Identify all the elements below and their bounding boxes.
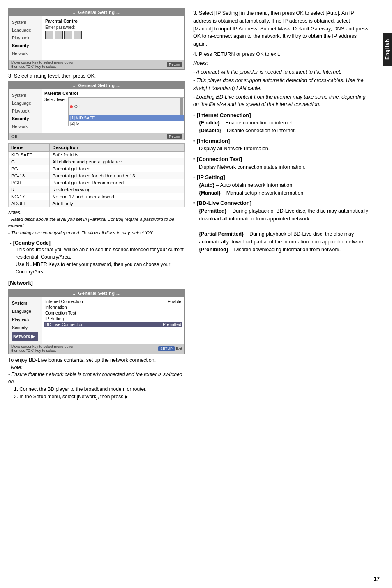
- off-value: Off: [11, 134, 18, 139]
- table-cell-desc: Parental guidance: [50, 165, 185, 172]
- network-ui-body: System Language Playback Security Networ…: [9, 297, 184, 344]
- notes-heading: Notes:: [193, 60, 371, 67]
- step3-text: 3. Select [IP Setting] in the menu, then…: [193, 9, 371, 48]
- ui-box-1-footer: Move cursor key to select menu option th…: [9, 60, 184, 69]
- option-g[interactable]: [2] G: [69, 121, 184, 126]
- notes-section: Notes: - Rated discs above the level you…: [8, 210, 185, 236]
- net-menu-network[interactable]: Network ▶: [12, 332, 38, 341]
- footer-text-1: Move cursor key to select menu option: [11, 60, 74, 64]
- ui-box-2-menu: System Language Playback Security Networ…: [9, 89, 42, 133]
- net-menu-language[interactable]: Language: [12, 308, 38, 316]
- pw-block-4[interactable]: [74, 31, 82, 39]
- menu2-system[interactable]: System: [12, 92, 38, 99]
- network-menu-left: System Language Playback Security Networ…: [9, 297, 42, 344]
- parental-control-label: Parental Control: [45, 18, 181, 23]
- table-cell-item: ADULT: [9, 200, 50, 207]
- table-cell-desc: No one 17 and under allowed: [50, 193, 185, 200]
- net-item-bdlive-value: Premitted: [163, 322, 181, 327]
- menu-item-language[interactable]: Language: [12, 26, 38, 34]
- ui-box-2-right: Parental Control Select level: Off [1] K…: [42, 89, 184, 133]
- net-menu-system[interactable]: System: [12, 299, 38, 308]
- network-step-2: 2. In the Setup menu, select [Network], …: [14, 393, 185, 400]
- bullet-information: • [Information] Display all Network Info…: [193, 137, 371, 153]
- rating-table: Items Description KID SAFE Safe for kids…: [8, 143, 185, 207]
- menu-item-system[interactable]: System: [12, 18, 38, 26]
- return-button-1[interactable]: Return: [167, 62, 182, 67]
- net-item-info-label: Information: [45, 305, 67, 310]
- note-line-2: - The ratings are country-depended. To a…: [8, 230, 185, 236]
- menu2-security[interactable]: Security: [12, 115, 38, 123]
- net-item-ip-label: IP Setting: [45, 316, 64, 321]
- ui-box-2: ... General Setting ... System Language …: [8, 81, 185, 140]
- net-item-bdlive-label: BD-Live Connection: [45, 322, 83, 327]
- net-item-conn-test-label: Connection Test: [45, 310, 76, 315]
- net-item-internet-value: Enable: [168, 299, 181, 304]
- net-item-internet-label: Internet Connection: [45, 299, 83, 304]
- net-item-conn-test[interactable]: Connection Test: [44, 310, 182, 316]
- pw-block-2[interactable]: [55, 31, 63, 39]
- bullet-internet: • [Internet Connection] {Enable} – Enabl…: [193, 111, 371, 135]
- net-footer-text-2: then use "OK" key to select: [11, 349, 74, 353]
- bullet-ipsetting: • [IP Setting] {Auto} – Auto obtain netw…: [193, 173, 371, 197]
- bullet-info-body: Display all Network Informaion.: [199, 145, 371, 153]
- table-row: NC-17 No one 17 and under allowed: [9, 193, 185, 200]
- network-body: To enjoy BD-Live bonus contents, set up …: [8, 357, 185, 363]
- return-button-2[interactable]: Return: [167, 134, 182, 139]
- net-menu-security[interactable]: Security: [12, 324, 38, 332]
- pw-block-1[interactable]: [45, 31, 53, 39]
- network-ui-box: ... General Setting ... System Language …: [8, 289, 185, 354]
- network-note-label: Note:: [11, 365, 185, 370]
- table-cell-desc: Safe for kids: [50, 151, 185, 158]
- menu2-playback[interactable]: Playback: [12, 107, 38, 115]
- bullet-ip-body: {Auto} – Auto obtain network information…: [199, 181, 371, 197]
- ui-box-1-body: System Language Playback Security Networ…: [9, 16, 184, 60]
- country-code-body-1: This ensures that you will be able to se…: [16, 246, 185, 261]
- network-footer: Move cursor key to select menu option th…: [9, 344, 184, 354]
- menu2-language[interactable]: Language: [12, 99, 38, 107]
- bullet-internet-title: [Internet Connection]: [197, 111, 251, 119]
- bullet-bdlive: • [BD-Live Connection] {Permitted} – Dur…: [193, 199, 371, 253]
- table-row: PG-13 Parental guidance for children und…: [9, 172, 185, 179]
- ui-box-2-body: System Language Playback Security Networ…: [9, 89, 184, 133]
- pw-block-3[interactable]: [64, 31, 72, 39]
- menu2-network[interactable]: Network: [12, 123, 38, 131]
- menu-item-playback[interactable]: Playback: [12, 34, 38, 42]
- bullet-ip-title: [IP Setting]: [197, 173, 225, 181]
- option-off[interactable]: Off: [74, 104, 80, 109]
- bullet-conntest-body: Display Network connection status inform…: [199, 163, 371, 171]
- ui-box-1-menu: System Language Playback Security Networ…: [9, 16, 42, 60]
- net-item-info[interactable]: Information: [44, 304, 182, 310]
- table-header-desc: Description: [50, 143, 185, 151]
- table-row: KID SAFE Safe for kids: [9, 151, 185, 158]
- setup-button[interactable]: SETUP: [158, 346, 175, 351]
- net-item-internet[interactable]: Internet Connection Enable: [44, 299, 182, 304]
- network-title: [Network]: [8, 280, 33, 286]
- country-code-body-2: Use NUMBER Keys to enter your password, …: [16, 261, 185, 276]
- network-section: [Network] ... General Setting ... System…: [8, 280, 185, 400]
- table-cell-desc: Parental guidance for children under 13: [50, 172, 185, 179]
- bullet-bdlive-body: {Permitted} – During playback of BD-Live…: [199, 207, 371, 254]
- right-column: 3. Select [IP Setting] in the menu, then…: [193, 8, 371, 580]
- menu-item-security[interactable]: Security: [12, 42, 38, 50]
- ui-box-1: ... General Setting ... System Language …: [8, 8, 185, 70]
- network-ui-title: ... General Setting ...: [9, 289, 184, 297]
- right-note-2: - This player does not support automatic…: [193, 77, 371, 92]
- table-row: PGR Parental guidance Recommended: [9, 179, 185, 186]
- net-menu-playback[interactable]: Playback: [12, 316, 38, 324]
- bullet-info-title: [Information]: [197, 137, 230, 145]
- table-row: G All children and general guidance: [9, 158, 185, 165]
- net-item-ip[interactable]: IP Setting: [44, 316, 182, 322]
- ui-box-1-right: Parental Control Enter password:: [42, 16, 184, 60]
- radio-off[interactable]: [70, 105, 73, 108]
- page-number: 17: [374, 576, 380, 582]
- ui-box-2-footer: Off Return: [9, 133, 184, 140]
- menu-item-network[interactable]: Network: [12, 50, 38, 57]
- select-level-label: Select level:: [44, 97, 67, 102]
- table-cell-item: KID SAFE: [9, 151, 50, 158]
- exit-label: Exit: [176, 347, 182, 351]
- option-kid-safe[interactable]: [1] KID SAFE: [69, 115, 184, 121]
- net-item-bdlive[interactable]: BD-Live Connection Premitted: [44, 322, 182, 327]
- table-cell-item: PG-13: [9, 172, 50, 179]
- parental-control-label-2: Parental Control: [44, 91, 184, 96]
- table-row: ADULT Adult only: [9, 200, 185, 207]
